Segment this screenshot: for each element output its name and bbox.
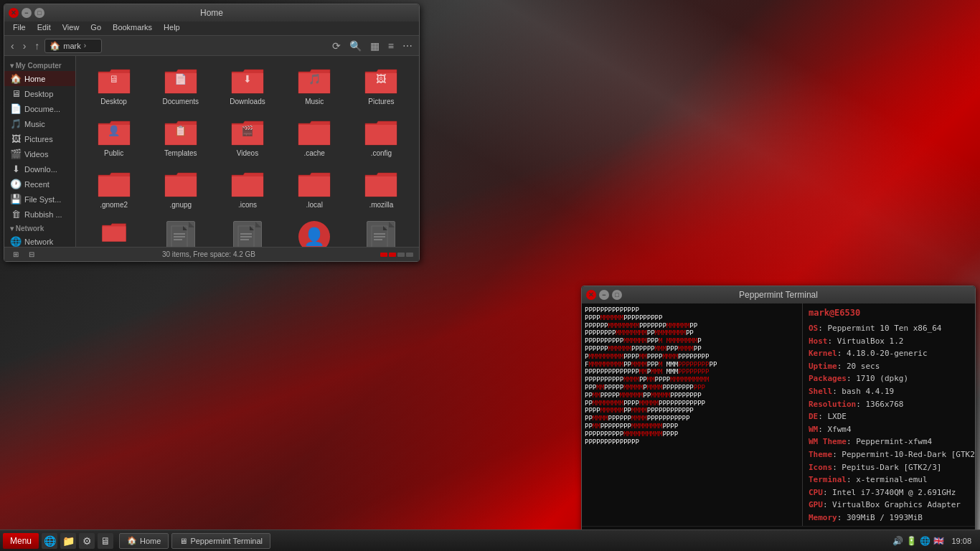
- file-name-pictures: Pictures: [368, 98, 394, 106]
- music-folder-overlay: 🎵: [308, 73, 321, 85]
- terminal-minimize-button[interactable]: −: [599, 290, 609, 300]
- file-name-mozilla: .mozilla: [369, 201, 393, 209]
- file-item-icons[interactable]: .icons: [215, 165, 279, 214]
- list-view-button[interactable]: ≡: [385, 38, 397, 54]
- file-item-gnome2[interactable]: .gnome2: [82, 165, 146, 214]
- sidebar-item-downloads[interactable]: ⬇ Downlo...: [4, 161, 75, 176]
- file-item-config[interactable]: .config: [349, 113, 413, 162]
- user-avatar-icon: 👤: [298, 221, 330, 247]
- location-bar[interactable]: 🏠 mark ›: [44, 39, 102, 53]
- file-item-templates[interactable]: 📋 Templates: [149, 113, 212, 162]
- file-name-videos: Videos: [237, 149, 258, 158]
- peppermint-ascii-art: PPPPPPPPPPPPPP PPPPMMMMMMPPPPPPPPPP PPPP…: [585, 306, 799, 446]
- sidebar-item-filesystem[interactable]: 💾 File Syst...: [4, 192, 75, 207]
- terminal-info-terminal: Terminal: x-terminal-emul: [809, 474, 969, 486]
- flag-icon[interactable]: 🇬🇧: [933, 536, 944, 546]
- taskbar-left: Menu 🌐 📁 ⚙ 🖥: [0, 533, 113, 549]
- file-item-pictures[interactable]: 🖼 Pictures: [349, 62, 413, 110]
- start-menu-button[interactable]: Menu: [3, 533, 39, 549]
- tray-icon-3[interactable]: 🌐: [920, 536, 930, 546]
- sidebar-item-videos[interactable]: 🎬 Videos: [4, 146, 75, 161]
- file-item-mozilla[interactable]: .mozilla: [349, 165, 413, 214]
- music-sidebar-icon: 🎵: [10, 118, 22, 129]
- file-grid: 🖥 Desktop 📄 Documents ⬇: [82, 62, 413, 247]
- taskbar-icon-1[interactable]: 🌐: [42, 533, 57, 549]
- file-item-documents[interactable]: 📄 Documents: [149, 62, 212, 110]
- file-item-row4-5[interactable]: [349, 217, 413, 247]
- desktop-folder-overlay: 🖥: [109, 73, 119, 85]
- menu-button[interactable]: ⋯: [399, 38, 416, 54]
- menu-view[interactable]: View: [57, 22, 85, 35]
- file-item-music[interactable]: 🎵 Music: [283, 62, 347, 110]
- file-item-downloads[interactable]: ⬇ Downloads: [215, 62, 279, 110]
- file-name-templates: Templates: [164, 149, 197, 158]
- menu-help[interactable]: Help: [158, 22, 186, 35]
- terminal-info-cpu: CPU: Intel i7-3740QM @ 2.691GHz: [809, 486, 969, 499]
- file-name-public: Public: [104, 149, 123, 158]
- up-button[interactable]: ↑: [31, 38, 43, 54]
- terminal-info-gpu: GPU: VirtualBox Graphics Adapter: [809, 499, 969, 512]
- terminal-close-button[interactable]: ✕: [586, 290, 596, 300]
- forward-button[interactable]: ›: [19, 38, 30, 54]
- menu-file[interactable]: File: [7, 22, 32, 35]
- sidebar: ▾ My Computer 🏠 Home 🖥 Desktop 📄 Docume.…: [4, 56, 76, 247]
- taskbar-app-home[interactable]: 🏠 Home: [119, 533, 169, 549]
- file-item-videos[interactable]: 🎬 Videos: [215, 113, 279, 162]
- rubbish-sidebar-icon: 🗑: [10, 209, 22, 220]
- search-button[interactable]: 🔍: [346, 38, 365, 54]
- statusbar-icon-1[interactable]: ⊞: [10, 249, 22, 260]
- taskbar-apps: 🏠 Home 🖥 Peppermint Terminal: [113, 533, 892, 549]
- menu-go[interactable]: Go: [85, 22, 107, 35]
- sidebar-rubbish-label: Rubbish ...: [24, 210, 62, 219]
- statusbar-progress: [380, 253, 413, 257]
- file-item-cache[interactable]: .cache: [283, 113, 347, 162]
- sidebar-item-rubbish[interactable]: 🗑 Rubbish ...: [4, 207, 75, 222]
- sidebar-item-recent[interactable]: 🕐 Recent: [4, 176, 75, 192]
- file-item-gnupg[interactable]: .gnupg: [149, 165, 212, 214]
- home-icon: 🏠: [50, 41, 60, 51]
- file-item-public[interactable]: 👤 Public: [82, 113, 146, 162]
- tray-icon-1[interactable]: 🔊: [892, 536, 903, 546]
- menu-edit[interactable]: Edit: [32, 22, 57, 35]
- file-item-desktop[interactable]: 🖥 Desktop: [82, 62, 146, 110]
- file-item-row4-1[interactable]: [82, 217, 146, 247]
- sidebar-item-documents[interactable]: 📄 Docume...: [4, 101, 75, 116]
- maximize-button[interactable]: □: [34, 8, 44, 18]
- sidebar-item-home[interactable]: 🏠 Home: [4, 71, 75, 86]
- documents-folder-overlay: 📄: [174, 73, 187, 85]
- home-app-icon: 🏠: [127, 536, 137, 545]
- file-item-row4-4[interactable]: 👤: [283, 217, 347, 247]
- window-controls: ✕ − □: [9, 8, 44, 18]
- sidebar-item-pictures[interactable]: 🖼 Pictures: [4, 131, 75, 146]
- grid-view-button[interactable]: ▦: [367, 38, 383, 54]
- tray-icon-2[interactable]: 🔋: [906, 536, 917, 546]
- menu-bookmarks[interactable]: Bookmarks: [107, 22, 158, 35]
- file-item-local[interactable]: .local: [283, 165, 347, 214]
- taskbar-app-terminal[interactable]: 🖥 Peppermint Terminal: [171, 533, 270, 549]
- file-item-row4-2[interactable]: [149, 217, 212, 247]
- sidebar-item-desktop[interactable]: 🖥 Desktop: [4, 86, 75, 101]
- terminal-info-wm: WM: Xfwm4: [809, 423, 969, 436]
- desktop-sidebar-icon: 🖥: [10, 88, 22, 99]
- sidebar-item-music[interactable]: 🎵 Music: [4, 116, 75, 131]
- statusbar-icon-2[interactable]: ⊟: [26, 249, 37, 260]
- sidebar-item-network[interactable]: 🌐 Network: [4, 234, 75, 247]
- location-arrow: ›: [84, 42, 86, 50]
- sidebar-recent-label: Recent: [24, 180, 50, 189]
- terminal-content[interactable]: PPPPPPPPPPPPPP PPPPMMMMMMPPPPPPPPPP PPPP…: [582, 303, 975, 526]
- back-button[interactable]: ‹: [7, 38, 18, 54]
- file-item-row4-3[interactable]: [215, 217, 279, 247]
- taskbar-icon-4[interactable]: 🖥: [98, 533, 113, 549]
- file-manager-titlebar: ✕ − □ Home: [4, 4, 419, 22]
- statusbar-text: 30 items, Free space: 4.2 GB: [162, 250, 255, 258]
- doc-icon-1: [166, 221, 195, 247]
- terminal-window: ✕ − □ Peppermint Terminal PPPPPPPPPPPPPP…: [581, 286, 976, 542]
- taskbar-icon-3[interactable]: ⚙: [79, 533, 95, 549]
- terminal-maximize-button[interactable]: □: [612, 290, 622, 300]
- terminal-info-de: DE: LXDE: [809, 410, 969, 423]
- minimize-button[interactable]: −: [22, 8, 32, 18]
- taskbar-icon-2[interactable]: 📁: [60, 533, 76, 549]
- file-name-cache: .cache: [303, 149, 324, 158]
- close-button[interactable]: ✕: [9, 8, 19, 18]
- reload-button[interactable]: ⟳: [329, 38, 344, 54]
